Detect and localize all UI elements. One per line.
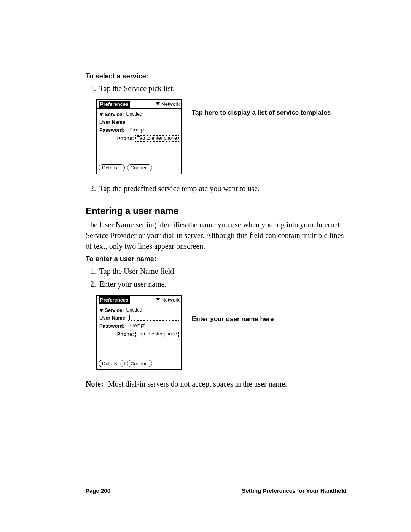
screenshot-preferences-1: Preferences Network Service: Untitled Us… xyxy=(96,99,182,174)
service-value: Untitled xyxy=(126,307,179,313)
chapter-title: Setting Preferences for Your Handheld xyxy=(242,487,346,494)
step-2-2: Enter your user name. xyxy=(98,278,346,290)
password-label: Password: xyxy=(99,127,124,133)
username-paragraph: The User Name setting identifies the nam… xyxy=(86,219,346,251)
password-label: Password: xyxy=(99,323,124,329)
callout-fig2: Enter your user name here xyxy=(192,315,274,324)
step-2-1: Tap the User Name field. xyxy=(98,265,346,277)
callout-leader-line xyxy=(146,318,191,318)
phone-field[interactable]: Tap to enter phone xyxy=(135,331,179,337)
palm-category-label: Network xyxy=(161,101,180,107)
callout-fig1: Tap here to display a list of service te… xyxy=(192,109,331,117)
phone-field[interactable]: Tap to enter phone xyxy=(135,135,179,142)
phone-label: Phone: xyxy=(117,136,134,141)
service-picklist[interactable]: Service: Untitled xyxy=(99,307,179,313)
entering-username-heading: Entering a user name xyxy=(86,206,346,216)
footer-rule xyxy=(86,483,346,483)
to-select-service-heading: To select a service: xyxy=(86,72,346,80)
note-text: Most dial-in servers do not accept space… xyxy=(108,380,287,388)
details-button[interactable]: Details... xyxy=(99,164,125,171)
password-field[interactable]: -Prompt- xyxy=(126,127,148,133)
username-label: User Name: xyxy=(99,119,127,125)
connect-button[interactable]: Connect xyxy=(127,360,152,367)
chevron-down-icon xyxy=(156,298,160,301)
palm-title: Preferences xyxy=(99,296,130,304)
palm-category-label: Network xyxy=(161,297,180,303)
palm-title: Preferences xyxy=(99,101,130,108)
chevron-down-icon xyxy=(99,309,103,312)
note: Note:Most dial-in servers do not accept … xyxy=(86,379,346,389)
phone-label: Phone: xyxy=(117,331,134,337)
service-label: Service: xyxy=(105,307,124,313)
username-label: User Name: xyxy=(99,315,127,321)
chevron-down-icon xyxy=(99,113,103,116)
username-field[interactable] xyxy=(128,119,179,125)
service-picklist[interactable]: Service: Untitled xyxy=(99,112,179,117)
step-1-1: Tap the Service pick list. xyxy=(98,83,346,94)
screenshot-preferences-2: Preferences Network Service: Untitled Us… xyxy=(96,295,182,370)
chevron-down-icon xyxy=(156,102,160,105)
connect-button[interactable]: Connect xyxy=(127,164,152,171)
text-cursor xyxy=(129,315,130,320)
callout-leader-line xyxy=(174,115,191,115)
details-button[interactable]: Details... xyxy=(99,360,125,367)
step-1-2: Tap the predefined service template you … xyxy=(98,183,346,194)
palm-category-picklist[interactable]: Network xyxy=(156,297,180,303)
page-number: Page 200 xyxy=(86,487,110,494)
service-label: Service: xyxy=(105,112,124,117)
note-label: Note: xyxy=(86,380,104,388)
service-value: Untitled xyxy=(126,112,179,117)
password-field[interactable]: -Prompt- xyxy=(126,323,148,329)
to-enter-username-heading: To enter a user name: xyxy=(86,255,346,263)
palm-category-picklist[interactable]: Network xyxy=(156,101,180,107)
